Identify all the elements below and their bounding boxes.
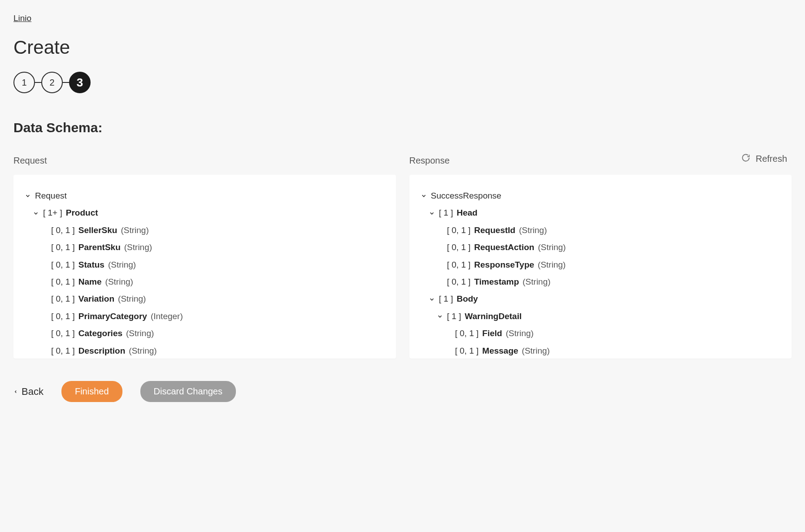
field-name: Name [78, 275, 102, 289]
section-title: Data Schema: [13, 120, 792, 135]
tree-node-warningdetail[interactable]: [ 1 ] WarningDetail [436, 308, 781, 325]
chevron-down-icon[interactable] [24, 193, 31, 199]
cardinality: [ 0, 1 ] [455, 327, 479, 340]
cardinality: [ 0, 1 ] [447, 224, 471, 237]
field-type: (String) [121, 224, 148, 237]
chevron-down-icon[interactable] [428, 296, 435, 303]
tree-label: Request [35, 189, 67, 203]
tree-leaf[interactable]: [ 0, 1 ] RequestAction (String) [436, 239, 781, 256]
field-type: (String) [129, 344, 157, 358]
field-name: WarningDetail [465, 310, 522, 323]
field-name: Head [457, 206, 477, 220]
breadcrumb[interactable]: Linio [13, 13, 31, 23]
tree-leaf[interactable]: [ 0, 1 ] RequestId (String) [436, 222, 781, 239]
field-name: Timestamp [474, 275, 519, 289]
cardinality: [ 0, 1 ] [51, 224, 75, 237]
field-name: Description [78, 344, 126, 358]
field-name: Message [482, 344, 518, 358]
field-type: (String) [506, 327, 534, 340]
step-2[interactable]: 2 [41, 72, 63, 93]
chevron-down-icon[interactable] [420, 193, 427, 199]
cardinality: [ 0, 1 ] [51, 344, 75, 358]
request-column: Request Request [ 1+ ] Product [ 0, 1 ] … [13, 156, 396, 359]
field-name: ResponseType [474, 258, 534, 272]
cardinality: [ 0, 1 ] [447, 275, 471, 289]
chevron-down-icon[interactable] [32, 210, 39, 216]
tree-leaf[interactable]: [ 0, 1 ] ResponseType (String) [436, 256, 781, 273]
cardinality: [ 0, 1 ] [455, 344, 479, 358]
tree-node-body[interactable]: [ 1 ] Body [428, 290, 781, 307]
response-panel: SuccessResponse [ 1 ] Head [ 0, 1 ] Requ… [409, 175, 792, 359]
tree-root-request[interactable]: Request [24, 187, 385, 204]
page-title: Create [13, 37, 792, 58]
tree-leaf[interactable]: [ 0, 1 ] Variation (String) [40, 290, 385, 307]
tree-label: SuccessResponse [431, 189, 501, 203]
field-type: (String) [519, 224, 547, 237]
cardinality: [ 0, 1 ] [51, 241, 75, 254]
step-1[interactable]: 1 [13, 72, 35, 93]
tree-node-head[interactable]: [ 1 ] Head [428, 204, 781, 221]
field-type: (String) [118, 292, 146, 306]
cardinality: [ 1 ] [447, 310, 461, 323]
stepper: 1 2 3 [13, 72, 792, 93]
field-type: (String) [108, 258, 136, 272]
cardinality: [ 1 ] [439, 206, 453, 220]
cardinality: [ 0, 1 ] [447, 241, 471, 254]
cardinality: [ 0, 1 ] [51, 310, 75, 323]
field-type: (String) [538, 258, 566, 272]
field-name: RequestId [474, 224, 515, 237]
chevron-down-icon[interactable] [428, 210, 435, 216]
tree-root-response[interactable]: SuccessResponse [420, 187, 781, 204]
tree-leaf[interactable]: [ 0, 1 ] Name (String) [40, 273, 385, 290]
response-header: Response [409, 156, 792, 166]
field-name: RequestAction [474, 241, 534, 254]
request-header: Request [13, 156, 396, 166]
tree-leaf[interactable]: [ 0, 1 ] Description (String) [40, 342, 385, 359]
tree-leaf[interactable]: [ 0, 1 ] SellerSku (String) [40, 222, 385, 239]
cardinality: [ 0, 1 ] [51, 258, 75, 272]
cardinality: [ 1+ ] [43, 206, 62, 220]
request-panel: Request [ 1+ ] Product [ 0, 1 ] SellerSk… [13, 175, 396, 359]
tree-node-product[interactable]: [ 1+ ] Product [32, 204, 385, 221]
field-name: Status [78, 258, 104, 272]
tree-leaf[interactable]: [ 0, 1 ] ParentSku (String) [40, 239, 385, 256]
footer-actions: Back Finished Discard Changes [13, 381, 792, 402]
field-name: Variation [78, 292, 114, 306]
step-connector [63, 82, 69, 83]
cardinality: [ 0, 1 ] [51, 327, 75, 340]
tree-leaf[interactable]: [ 0, 1 ] Field (String) [444, 325, 781, 342]
field-name: PrimaryCategory [78, 310, 147, 323]
field-type: (String) [522, 344, 550, 358]
field-name: Product [66, 206, 98, 220]
tree-leaf[interactable]: [ 0, 1 ] Message (String) [444, 342, 781, 359]
tree-leaf[interactable]: [ 0, 1 ] PrimaryCategory (Integer) [40, 308, 385, 325]
field-name: Body [457, 292, 478, 306]
cardinality: [ 1 ] [439, 292, 453, 306]
field-type: (String) [538, 241, 566, 254]
field-name: SellerSku [78, 224, 117, 237]
cardinality: [ 0, 1 ] [51, 275, 75, 289]
tree-leaf[interactable]: [ 0, 1 ] Timestamp (String) [436, 273, 781, 290]
finished-button[interactable]: Finished [61, 381, 122, 402]
field-name: Categories [78, 327, 122, 340]
chevron-down-icon[interactable] [436, 313, 444, 320]
chevron-left-icon [13, 386, 18, 398]
field-type: (String) [522, 275, 550, 289]
field-type: (String) [124, 241, 152, 254]
field-name: Field [482, 327, 502, 340]
field-type: (Integer) [151, 310, 183, 323]
field-type: (String) [105, 275, 133, 289]
step-connector [35, 82, 41, 83]
back-button[interactable]: Back [13, 386, 44, 398]
discard-changes-button[interactable]: Discard Changes [140, 381, 236, 402]
step-3[interactable]: 3 [69, 72, 91, 93]
tree-leaf[interactable]: [ 0, 1 ] Categories (String) [40, 325, 385, 342]
response-column: Response SuccessResponse [ 1 ] Head [ 0,… [409, 156, 792, 359]
tree-leaf[interactable]: [ 0, 1 ] Status (String) [40, 256, 385, 273]
field-name: ParentSku [78, 241, 121, 254]
field-type: (String) [126, 327, 154, 340]
cardinality: [ 0, 1 ] [447, 258, 471, 272]
cardinality: [ 0, 1 ] [51, 292, 75, 306]
back-label: Back [22, 386, 44, 398]
